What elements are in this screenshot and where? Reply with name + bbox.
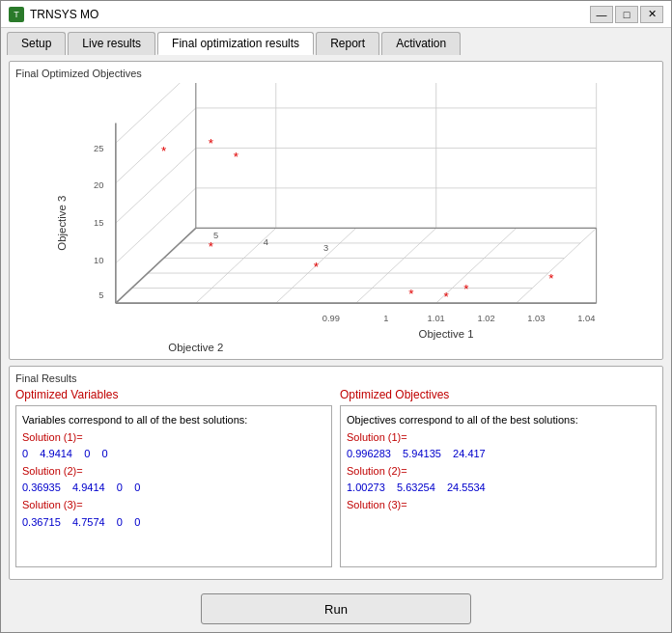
svg-text:*: * — [463, 282, 469, 296]
optimized-variables-scroll[interactable]: Variables correspond to all of the best … — [15, 405, 332, 567]
obj-solution1-header: Solution (1)= — [347, 431, 407, 443]
svg-line-13 — [116, 188, 196, 263]
run-button[interactable]: Run — [201, 593, 471, 624]
svg-line-14 — [116, 148, 196, 223]
svg-line-9 — [356, 228, 436, 303]
svg-text:*: * — [161, 144, 167, 158]
results-panel-title: Final Results — [15, 372, 657, 384]
var-solution2-values: 0.36935 4.9414 0 0 — [22, 482, 140, 493]
results-inner: Optimized Variables Variables correspond… — [15, 388, 657, 567]
tab-setup[interactable]: Setup — [7, 32, 66, 55]
main-content: Final Optimized Objectives — [1, 55, 671, 586]
svg-line-27 — [116, 228, 196, 303]
chart-floor — [116, 228, 597, 303]
svg-text:0.99: 0.99 — [322, 314, 340, 323]
objectives-label: Objectives correspond to all of the best… — [347, 414, 578, 426]
svg-text:1.01: 1.01 — [428, 314, 445, 323]
tab-final-optimization[interactable]: Final optimization results — [157, 32, 314, 55]
chart-left-wall — [116, 83, 196, 303]
maximize-button[interactable]: □ — [615, 6, 638, 23]
tab-activation[interactable]: Activation — [381, 32, 461, 55]
svg-text:*: * — [209, 136, 214, 151]
svg-text:*: * — [234, 150, 239, 164]
svg-line-16 — [116, 83, 196, 143]
chart-svg: 0.99 1 1.01 1.02 1.03 1.04 Objective 1 5… — [15, 83, 657, 353]
chart-panel-title: Final Optimized Objectives — [15, 68, 657, 79]
var-solution1-header: Solution (1)= — [22, 431, 83, 443]
tab-bar: Setup Live results Final optimization re… — [1, 28, 671, 55]
svg-text:*: * — [408, 287, 414, 301]
svg-text:1: 1 — [383, 314, 388, 323]
svg-text:Objective 2: Objective 2 — [168, 342, 223, 353]
optimized-objectives-title: Optimized Objectives — [340, 388, 657, 401]
optimized-objectives-scroll[interactable]: Objectives correspond to all of the best… — [340, 405, 657, 567]
minimize-button[interactable]: — — [590, 6, 613, 23]
obj-solution3-header: Solution (3)= — [347, 499, 407, 510]
bottom-bar: Run — [1, 586, 671, 632]
optimized-variables-title: Optimized Variables — [15, 388, 332, 401]
title-bar-left: T TRNSYS MO — [9, 7, 98, 22]
title-buttons: — □ ✕ — [590, 6, 663, 23]
chart-container: 0.99 1 1.01 1.02 1.03 1.04 Objective 1 5… — [15, 83, 657, 353]
svg-text:1.03: 1.03 — [527, 314, 545, 323]
main-window: T TRNSYS MO — □ ✕ Setup Live results Fin… — [0, 0, 672, 633]
svg-text:5: 5 — [98, 290, 103, 300]
svg-text:1.02: 1.02 — [477, 314, 494, 323]
svg-text:*: * — [548, 271, 554, 286]
optimized-variables-col: Optimized Variables Variables correspond… — [15, 388, 332, 567]
tab-report[interactable]: Report — [316, 32, 379, 55]
close-button[interactable]: ✕ — [640, 6, 663, 23]
svg-text:20: 20 — [94, 180, 103, 190]
title-bar: T TRNSYS MO — □ ✕ — [1, 1, 671, 28]
variables-label: Variables correspond to all of the best … — [22, 414, 247, 426]
obj-solution1-values: 0.996283 5.94135 24.417 — [347, 448, 486, 459]
obj-solution2-header: Solution (2)= — [347, 465, 407, 477]
svg-text:*: * — [443, 289, 449, 304]
var-solution3-header: Solution (3)= — [22, 499, 83, 510]
svg-text:3: 3 — [323, 243, 328, 253]
optimized-objectives-col: Optimized Objectives Objectives correspo… — [340, 388, 657, 567]
svg-text:Objective 3: Objective 3 — [56, 196, 68, 251]
chart-back-wall — [196, 83, 597, 228]
app-icon: T — [9, 7, 24, 22]
svg-text:10: 10 — [94, 256, 103, 265]
results-panel: Final Results Optimized Variables Variab… — [9, 366, 663, 580]
obj-solution2-values: 1.00273 5.63254 24.5534 — [347, 482, 486, 493]
var-solution3-values: 0.36715 4.7574 0 0 — [22, 516, 140, 528]
svg-text:5: 5 — [213, 231, 218, 240]
svg-line-11 — [517, 228, 597, 303]
chart-panel: Final Optimized Objectives — [9, 61, 663, 360]
svg-text:25: 25 — [94, 144, 103, 153]
svg-text:*: * — [209, 239, 214, 254]
svg-line-15 — [116, 108, 196, 183]
svg-text:4: 4 — [264, 237, 268, 247]
svg-text:15: 15 — [94, 218, 103, 228]
var-solution2-header: Solution (2)= — [22, 465, 83, 477]
tab-live-results[interactable]: Live results — [68, 32, 155, 55]
svg-text:1.04: 1.04 — [577, 314, 595, 323]
window-title: TRNSYS MO — [30, 8, 98, 21]
svg-text:*: * — [314, 260, 320, 274]
var-solution1-values: 0 4.9414 0 0 — [22, 448, 108, 459]
svg-text:Objective 1: Objective 1 — [419, 328, 474, 340]
